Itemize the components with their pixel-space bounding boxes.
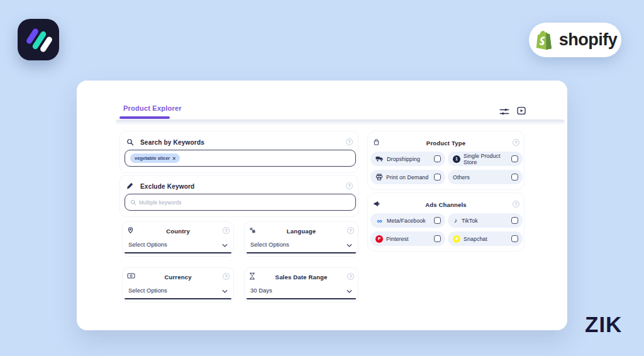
printer-icon <box>375 174 383 181</box>
snapchat-checkbox[interactable] <box>511 235 518 242</box>
keyword-chip[interactable]: vegetable slicer × <box>130 153 180 163</box>
search-keywords-input[interactable]: vegetable slicer × <box>125 150 356 167</box>
ads-channels-help-icon[interactable]: ? <box>513 201 519 208</box>
search-keywords-label: Search by Keywords <box>140 139 204 146</box>
option-label: Single Product Store <box>464 153 508 165</box>
currency-label: Currency <box>123 274 233 281</box>
option-meta-facebook[interactable]: ∞ Meta/Facebook <box>370 213 445 228</box>
exclude-keyword-section: Exclude Keyword ? <box>119 175 358 217</box>
option-dropshipping[interactable]: Dropshipping <box>370 152 445 166</box>
tab-divider-bar <box>116 120 565 125</box>
country-help-icon[interactable]: ? <box>223 227 230 234</box>
language-label: Language <box>245 228 358 235</box>
chevron-down-icon[interactable] <box>222 289 228 294</box>
currency-select-underline <box>125 298 231 299</box>
meta-icon: ∞ <box>375 217 384 225</box>
language-select-underline <box>247 252 356 253</box>
video-tutorial-icon[interactable] <box>516 106 526 116</box>
product-type-title: Product Type <box>368 140 524 147</box>
language-help-icon[interactable]: ? <box>347 227 354 234</box>
currency-help-icon[interactable]: ? <box>223 273 230 280</box>
language-select-value[interactable]: Select Options <box>250 241 289 248</box>
sales-date-range-label: Sales Date Range <box>245 274 358 281</box>
chevron-down-icon[interactable] <box>347 243 352 248</box>
ads-channels-section: Ads Channels ? ∞ Meta/Facebook ♪ TikTok … <box>367 192 525 252</box>
option-print-on-demand[interactable]: Print on Demand <box>370 170 445 184</box>
country-filter-card: Country ? Select Options <box>122 221 234 257</box>
exclude-keyword-label: Exclude Keyword <box>140 183 194 190</box>
search-icon <box>126 138 134 146</box>
pinterest-icon: P <box>375 235 383 243</box>
option-label: Print on Demand <box>386 174 428 181</box>
shopify-wordmark: shopify <box>559 30 618 50</box>
others-checkbox[interactable] <box>511 174 518 181</box>
tab-active-underline <box>119 116 170 119</box>
sales-date-range-help-icon[interactable]: ? <box>347 273 354 280</box>
search-keywords-help-icon[interactable]: ? <box>346 138 353 145</box>
sales-date-range-select-value[interactable]: 30 Days <box>250 287 272 294</box>
tab-product-explorer[interactable]: Product Explorer <box>123 104 182 112</box>
sales-date-range-select-underline <box>247 298 356 299</box>
option-label: Snapchat <box>464 236 487 242</box>
option-label: Meta/Facebook <box>387 218 426 224</box>
search-keywords-section: Search by Keywords ? vegetable slicer × <box>119 131 358 173</box>
pencil-icon <box>126 182 134 189</box>
option-label: Dropshipping <box>387 156 420 162</box>
chevron-down-icon[interactable] <box>347 289 352 294</box>
filter-settings-icon[interactable] <box>499 107 510 116</box>
meta-facebook-checkbox[interactable] <box>434 217 441 224</box>
dropshipping-checkbox[interactable] <box>434 155 441 162</box>
snapchat-icon <box>453 235 460 243</box>
pinterest-checkbox[interactable] <box>434 235 441 242</box>
currency-filter-card: Currency ? Select Options <box>122 267 234 303</box>
country-label: Country <box>123 228 233 235</box>
truck-icon <box>375 155 384 162</box>
zik-wordmark: ZIK <box>585 312 622 337</box>
option-label: Others <box>453 174 470 181</box>
currency-select-value[interactable]: Select Options <box>128 287 167 294</box>
shopify-badge: shopify <box>529 23 621 57</box>
keyword-chip-label: vegetable slicer <box>135 155 170 161</box>
tiktok-checkbox[interactable] <box>511 217 518 224</box>
input-search-icon <box>130 199 136 206</box>
language-filter-card: Language ? Select Options <box>244 221 358 257</box>
ads-channels-title: Ads Channels <box>368 201 524 208</box>
option-others[interactable]: Others <box>448 170 523 184</box>
tiktok-icon: ♪ <box>453 217 458 225</box>
product-type-section: Product Type ? Dropshipping 1 Single Pro… <box>367 131 525 190</box>
exclude-keyword-input[interactable] <box>139 194 347 210</box>
print-on-demand-checkbox[interactable] <box>434 174 441 181</box>
product-explorer-card: Product Explorer Search by Keywords ? <box>77 81 567 330</box>
exclude-keyword-input-wrap <box>125 194 356 211</box>
exclude-keyword-help-icon[interactable]: ? <box>346 182 353 189</box>
option-pinterest[interactable]: P Pinterest <box>370 231 445 246</box>
number-one-circle-icon: 1 <box>453 155 460 163</box>
keyword-chip-remove-icon[interactable]: × <box>172 155 175 162</box>
shopify-bag-icon <box>533 28 555 52</box>
country-select-underline <box>125 252 231 253</box>
option-label: TikTok <box>462 218 478 224</box>
single-product-store-checkbox[interactable] <box>511 155 518 162</box>
option-label: Pinterest <box>386 236 409 242</box>
option-tiktok[interactable]: ♪ TikTok <box>448 213 523 228</box>
option-single-product-store[interactable]: 1 Single Product Store <box>448 152 523 166</box>
sales-date-range-filter-card: Sales Date Range ? 30 Days <box>244 267 358 303</box>
chevron-down-icon[interactable] <box>222 243 228 248</box>
product-type-help-icon[interactable]: ? <box>513 139 519 146</box>
country-select-value[interactable]: Select Options <box>128 241 167 248</box>
option-snapchat[interactable]: Snapchat <box>448 231 523 246</box>
zik-logo <box>18 19 59 60</box>
page-background: shopify Product Explorer Search by Key <box>0 0 644 356</box>
